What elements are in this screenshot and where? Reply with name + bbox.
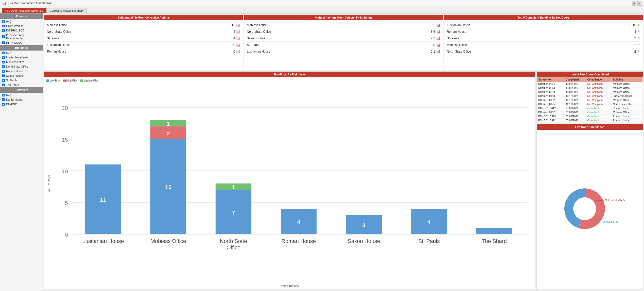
compliant-doors-header: Top 5 Compliant Building By No. Doors bbox=[444, 15, 643, 20]
svg-text:Mobiess Office: Mobiess Office bbox=[150, 238, 186, 244]
table-row: PAMOB1: 041227/09/2021CompliantRoman Hou… bbox=[537, 106, 643, 110]
svg-text:15: 15 bbox=[62, 137, 68, 143]
svg-text:1: 1 bbox=[232, 184, 235, 190]
sidebar-item[interactable]: KIT PROJECT bbox=[0, 28, 43, 33]
kpi-icon: ⚑ bbox=[637, 43, 640, 47]
surveyors-list: (All)Daniel HornerPAMOB1 bbox=[0, 93, 43, 106]
sidebar-item[interactable]: Published App Development bbox=[0, 33, 43, 40]
bar-chart-header: Buildings By Risk Level bbox=[44, 72, 535, 77]
title-bar: 📊 Fire Door Inspection Dashboard ↺ ⤢ bbox=[0, 0, 644, 7]
avg-defects-body: Mobiess Office6.2📊North State Office3.6📊… bbox=[244, 20, 443, 56]
kpi-icon: 📊 bbox=[236, 43, 240, 47]
sidebar: Projects (All)Client Project 2KIT PROJEC… bbox=[0, 13, 43, 291]
content-area: Buildings With Most Corrective Actions M… bbox=[43, 13, 644, 291]
kpi-row-item: Lusitanian House0📊 bbox=[47, 42, 240, 48]
sidebar-item[interactable]: Roman House bbox=[0, 69, 43, 73]
kpi-icon: ★ bbox=[637, 23, 640, 27]
kpi-icon: ⚑ bbox=[637, 50, 640, 53]
sidebar-item[interactable]: The Shard bbox=[0, 83, 43, 87]
svg-text:Office: Office bbox=[227, 245, 240, 250]
kpi-row-item: Saxon House2.3📊 bbox=[247, 35, 440, 42]
app-icon: 📊 bbox=[2, 1, 6, 5]
kpi-icon: 📊 bbox=[436, 36, 440, 40]
svg-text:St. Pauls: St. Pauls bbox=[418, 238, 440, 244]
tab-bar: Fire Door Inspection Summary Corrective … bbox=[0, 7, 644, 13]
table-row: DHorner: 019310/12/2021Not CompliantLusi… bbox=[537, 94, 643, 98]
sidebar-item[interactable]: North State Office bbox=[0, 64, 43, 69]
svg-text:0: 0 bbox=[65, 232, 68, 238]
sidebar-item[interactable]: Saxon House bbox=[0, 73, 43, 78]
corrective-actions-header: Buildings With Most Corrective Actions bbox=[44, 15, 243, 20]
buildings-section-title: Buildings bbox=[0, 45, 43, 51]
sidebar-item[interactable]: Daniel Horner bbox=[0, 97, 43, 102]
kpi-row-item: Roman House0📊 bbox=[47, 48, 240, 55]
kpi-icon: 📊 bbox=[236, 36, 240, 40]
sidebar-item[interactable]: (All) bbox=[0, 19, 43, 24]
svg-text:2: 2 bbox=[167, 130, 170, 137]
kpi-row-item: St. Pauls0.8📊 bbox=[247, 42, 440, 48]
table-row: DHorner: 021919/01/2022Not CompliantMobi… bbox=[537, 90, 643, 94]
x-axis-title: Your Buildings bbox=[46, 284, 533, 287]
kpi-row-item: Lusitanian House10★ bbox=[447, 22, 640, 28]
main-layout: Projects (All)Client Project 2KIT PROJEC… bbox=[0, 13, 644, 291]
refresh-button[interactable]: ↺ bbox=[632, 1, 636, 6]
expand-button[interactable]: ⤢ bbox=[637, 1, 642, 6]
sidebar-item[interactable]: Lusitanian House bbox=[0, 55, 43, 60]
svg-text:11: 11 bbox=[100, 197, 106, 203]
kpi-row-item: Roman House4⚑ bbox=[447, 28, 640, 35]
kpi-icon: 📊 bbox=[236, 23, 240, 27]
bar-chart-area: 0510152011Lusitanian House1521Mobiess Of… bbox=[51, 84, 533, 283]
compliant-doors-body: Lusitanian House10★Roman House4⚑St. Paul… bbox=[444, 20, 643, 56]
svg-text:20: 20 bbox=[62, 105, 68, 111]
kpi-icon: ⚑ bbox=[637, 30, 640, 34]
svg-text:10: 10 bbox=[62, 168, 68, 175]
app-title: Fire Door Inspection Dashboard bbox=[8, 2, 51, 5]
buildings-list: (All)Lusitanian HouseMobiess OfficeNorth… bbox=[0, 51, 43, 87]
tab-inspection[interactable]: Fire Door Inspection Summary bbox=[2, 8, 46, 13]
compliance-card: Fire Door Compliance Not Compliant- 27 C… bbox=[536, 124, 643, 290]
sidebar-item[interactable]: (All) bbox=[0, 51, 43, 55]
bar-chart-card: Buildings By Risk Level Low RiskHigh Ris… bbox=[44, 71, 535, 290]
table-row: DHorner: 017516/11/2021Not CompliantNort… bbox=[537, 102, 643, 106]
kpi-row: Buildings With Most Corrective Actions M… bbox=[44, 14, 643, 70]
avg-defects-card: Highest Average Door Defects By Building… bbox=[244, 14, 443, 70]
table-row: PAMOB1: 039207/09/2021CompliantRoman Hou… bbox=[537, 119, 643, 123]
svg-text:Not Compliant- 27: Not Compliant- 27 bbox=[605, 199, 625, 202]
sidebar-item[interactable]: St. Pauls bbox=[0, 78, 43, 83]
right-panel: Latest Fire Doors Completed Survey No.Co… bbox=[536, 71, 643, 290]
kpi-row-item: Mobiess Office2⚑ bbox=[447, 42, 640, 48]
corrective-actions-body: Mobiess Office13📊North State Office4📊St.… bbox=[44, 20, 243, 56]
kpi-row-item: Mobiess Office13📊 bbox=[47, 22, 240, 28]
kpi-icon: 📊 bbox=[436, 23, 440, 27]
chart-legend: Low RiskHigh RiskMedium Risk bbox=[46, 79, 533, 82]
kpi-row-item: Mobiess Office6.2📊 bbox=[247, 22, 440, 28]
sidebar-item[interactable]: (All) bbox=[0, 93, 43, 97]
svg-text:4: 4 bbox=[297, 219, 300, 225]
projects-list: (All)Client Project 2KIT PROJECTPublishe… bbox=[0, 19, 43, 45]
kpi-row-item: Lusitanian House0.1📊 bbox=[247, 48, 440, 55]
legend-item: Low Risk bbox=[46, 79, 60, 82]
compliant-doors-card: Top 5 Compliant Building By No. Doors Lu… bbox=[444, 14, 643, 70]
svg-text:Roman House: Roman House bbox=[282, 238, 316, 244]
kpi-row-item: North State Office4📊 bbox=[47, 28, 240, 35]
svg-text:1: 1 bbox=[167, 121, 170, 127]
bottom-row: Buildings By Risk Level Low RiskHigh Ris… bbox=[44, 71, 643, 290]
svg-text:5: 5 bbox=[65, 200, 68, 206]
kpi-icon: 📊 bbox=[436, 50, 440, 53]
sidebar-item[interactable]: RH PROJECT bbox=[0, 40, 43, 45]
table-row: DHorner: 026311/05/2022Not CompliantMobi… bbox=[537, 86, 643, 90]
svg-text:North State: North State bbox=[220, 238, 247, 244]
kpi-row-item: St. Pauls4📊 bbox=[47, 35, 240, 42]
svg-text:4: 4 bbox=[427, 219, 431, 225]
window-controls: ↺ ⤢ bbox=[632, 1, 642, 6]
kpi-row-item: North State Office3.6📊 bbox=[247, 28, 440, 35]
tab-corrective[interactable]: Corrective Action Summary bbox=[46, 8, 87, 13]
fire-doors-table: Survey No.CompletedComplianceBuildingDHo… bbox=[537, 77, 643, 123]
table-row: DHorner: 019210/12/2021Not CompliantMobi… bbox=[537, 98, 643, 102]
svg-text:3: 3 bbox=[362, 222, 365, 229]
projects-section-title: Projects bbox=[0, 13, 43, 19]
sidebar-item[interactable]: Mobiess Office bbox=[0, 60, 43, 64]
sidebar-item[interactable]: PAMOB1 bbox=[0, 102, 43, 106]
svg-text:The Shard: The Shard bbox=[482, 238, 507, 244]
sidebar-item[interactable]: Client Project 2 bbox=[0, 24, 43, 28]
